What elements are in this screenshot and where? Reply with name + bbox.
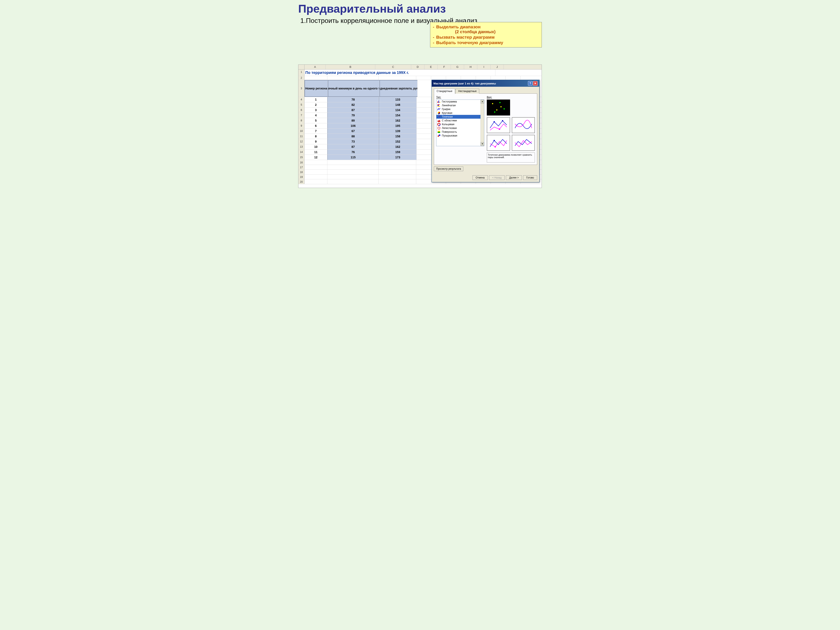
cell-x[interactable]: 73 — [327, 139, 379, 144]
cell-region[interactable]: 8 — [305, 134, 327, 139]
preview-result-button[interactable]: Просмотр результата — [434, 167, 463, 171]
cell-region[interactable]: 2 — [305, 102, 327, 107]
row-header[interactable]: 14 — [298, 150, 305, 155]
cell-y[interactable]: 159 — [379, 150, 417, 155]
row-header[interactable]: 12 — [298, 139, 305, 144]
cell-region[interactable]: 10 — [305, 144, 327, 149]
subtype-scatter-lines-2[interactable] — [487, 135, 510, 151]
cell-region[interactable]: 9 — [305, 139, 327, 144]
chart-type-item[interactable]: Линейчатая — [436, 104, 484, 107]
row-header[interactable]: 16 — [298, 160, 305, 165]
row-header[interactable]: 5 — [298, 102, 305, 107]
row-header[interactable]: 7 — [298, 113, 305, 118]
chart-type-item[interactable]: График — [436, 107, 484, 111]
cell-x[interactable]: 82 — [327, 102, 379, 107]
cell-region[interactable]: 3 — [305, 107, 327, 112]
col-F[interactable]: F — [437, 65, 451, 69]
col-J[interactable]: J — [491, 65, 504, 69]
subtype-scatter-points[interactable] — [487, 99, 510, 115]
cancel-button[interactable]: Отмена — [472, 175, 488, 180]
chart-type-item[interactable]: С областями — [436, 118, 484, 122]
chart-type-item[interactable]: Поверхность — [436, 130, 484, 134]
cell-region[interactable]: 4 — [305, 113, 327, 118]
row-header[interactable]: 10 — [298, 128, 305, 134]
col-E[interactable]: E — [425, 65, 437, 69]
cell-region[interactable]: 6 — [305, 123, 327, 128]
cell-x[interactable]: 106 — [327, 123, 379, 128]
chart-type-item[interactable]: Точечная — [436, 115, 484, 118]
row-header[interactable]: 8 — [298, 118, 305, 123]
col-A[interactable]: A — [305, 65, 326, 69]
cell-y[interactable]: 154 — [379, 113, 417, 118]
row-header[interactable]: 13 — [298, 144, 305, 149]
chart-type-item[interactable]: Лепестковая — [436, 126, 484, 130]
svg-point-8 — [439, 116, 439, 117]
cell-x[interactable]: 67 — [327, 128, 379, 134]
cell-y[interactable]: 148 — [379, 102, 417, 107]
row-header[interactable]: 18 — [298, 170, 305, 174]
cell-y[interactable]: 158 — [379, 134, 417, 139]
col-H[interactable]: H — [464, 65, 477, 69]
chart-type-item[interactable]: Кольцевая — [436, 122, 484, 126]
row-header[interactable]: 19 — [298, 175, 305, 179]
header-region[interactable]: Номер региона — [305, 80, 328, 97]
row-header[interactable]: 6 — [298, 107, 305, 112]
cell-y[interactable]: 195 — [379, 123, 417, 128]
tab-custom[interactable]: Нестандартные — [455, 88, 479, 94]
close-button[interactable]: ✕ — [533, 81, 538, 86]
row-header-1[interactable]: 1 — [298, 69, 305, 76]
next-button[interactable]: Далее > — [506, 175, 522, 180]
cell-region[interactable]: 11 — [305, 150, 327, 155]
wizard-titlebar[interactable]: Мастер диаграмм (шаг 1 из 4): тип диагра… — [432, 80, 539, 87]
cell-y[interactable]: 162 — [379, 144, 417, 149]
cell-x[interactable]: 76 — [327, 150, 379, 155]
cell-y[interactable]: 133 — [379, 97, 417, 102]
back-button[interactable]: < Назад — [489, 175, 505, 180]
col-D[interactable]: D — [411, 65, 425, 69]
chart-type-item[interactable]: Гистограмма — [436, 100, 484, 104]
subtype-scatter-lines-1[interactable] — [487, 117, 510, 133]
col-B[interactable]: B — [326, 65, 375, 69]
row-header-3[interactable]: 3 — [298, 80, 305, 97]
row-header[interactable]: 20 — [298, 179, 305, 184]
chart-type-item[interactable]: Круговая — [436, 111, 484, 115]
row-header[interactable]: 9 — [298, 123, 305, 128]
row-header-2[interactable]: 2 — [298, 76, 305, 80]
cell-x[interactable]: 78 — [327, 97, 379, 102]
header-x[interactable]: Среднедушевой прожиточный минимум в день… — [328, 80, 379, 97]
row-header[interactable]: 17 — [298, 165, 305, 169]
sheet-title-cell[interactable]: По территориям региона приводятся данные… — [305, 69, 496, 76]
col-G[interactable]: G — [451, 65, 464, 69]
cell-x[interactable]: 87 — [327, 144, 379, 149]
scroll-up-icon[interactable]: ▲ — [481, 100, 484, 104]
col-C[interactable]: C — [375, 65, 411, 69]
cell-x[interactable]: 89 — [327, 118, 379, 123]
subtype-scatter-lines-3[interactable] — [512, 135, 535, 151]
cell-x[interactable]: 87 — [327, 107, 379, 112]
help-button[interactable]: ? — [528, 81, 532, 86]
cell-region[interactable]: 5 — [305, 118, 327, 123]
scrollbar[interactable]: ▲ ▼ — [480, 100, 484, 146]
cell-y[interactable]: 134 — [379, 107, 417, 112]
finish-button[interactable]: Готово — [523, 175, 537, 180]
cell-y[interactable]: 162 — [379, 118, 417, 123]
scroll-down-icon[interactable]: ▼ — [481, 142, 484, 146]
row-header[interactable]: 11 — [298, 134, 305, 139]
header-y[interactable]: Среднедневная зарплата, руб., y — [379, 80, 417, 97]
chart-type-item[interactable]: Пузырьковая — [436, 134, 484, 137]
cell-region[interactable]: 12 — [305, 155, 327, 160]
cell-x[interactable]: 79 — [327, 113, 379, 118]
cell-region[interactable]: 7 — [305, 128, 327, 134]
cell-y[interactable]: 173 — [379, 155, 417, 160]
chart-type-list[interactable]: ГистограммаЛинейчатаяГрафикКруговаяТочеч… — [436, 99, 484, 146]
tab-standard[interactable]: Стандартные — [434, 88, 455, 94]
col-I[interactable]: I — [477, 65, 491, 69]
cell-x[interactable]: 115 — [327, 155, 379, 160]
cell-region[interactable]: 1 — [305, 97, 327, 102]
row-header[interactable]: 4 — [298, 97, 305, 102]
cell-y[interactable]: 152 — [379, 139, 417, 144]
cell-y[interactable]: 139 — [379, 128, 417, 134]
cell-x[interactable]: 88 — [327, 134, 379, 139]
row-header[interactable]: 15 — [298, 155, 305, 160]
subtype-scatter-smooth-1[interactable] — [512, 117, 535, 133]
